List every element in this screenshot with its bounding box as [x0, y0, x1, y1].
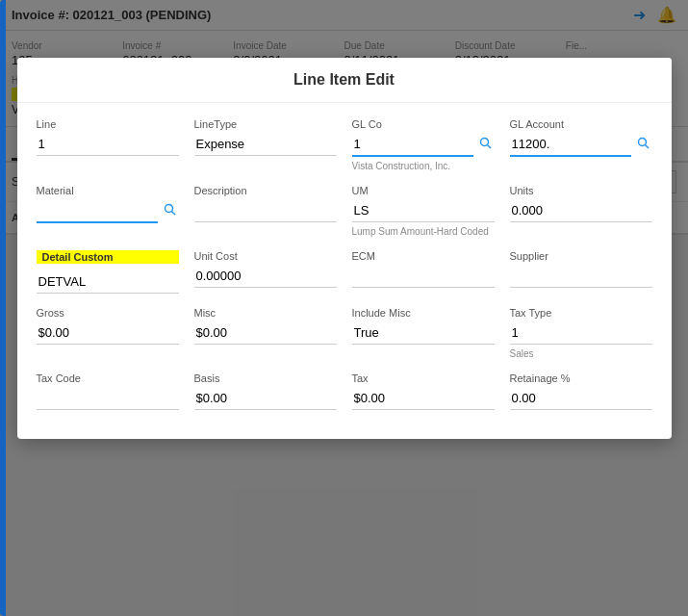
field-units: Units	[510, 185, 652, 235]
material-input-wrapper	[37, 199, 179, 223]
svg-point-2	[638, 139, 646, 146]
field-description: Description	[194, 185, 337, 235]
field-um: UM Lump Sum Amount-Hard Coded	[352, 185, 495, 235]
glco-sub-label: Vista Construction, Inc.	[352, 161, 495, 171]
field-linetype-label: LineType	[194, 118, 337, 130]
form-row-1: Line LineType GL Co Vista Constructi	[37, 118, 652, 171]
svg-line-3	[645, 145, 649, 149]
um-sub-label: Lump Sum Amount-Hard Coded	[352, 226, 495, 235]
field-units-label: Units	[510, 185, 652, 196]
glaccount-input[interactable]	[510, 133, 631, 157]
glco-input[interactable]	[352, 133, 473, 157]
svg-line-5	[171, 212, 175, 216]
glco-search-button[interactable]	[477, 135, 495, 155]
field-glaccount: GL Account	[510, 118, 652, 171]
field-line: Line	[37, 118, 179, 171]
svg-line-1	[487, 145, 491, 149]
form-row-2: Material Description UM Lump Sum Amo	[37, 185, 652, 235]
material-search-button[interactable]	[162, 201, 179, 221]
units-input[interactable]	[510, 199, 652, 222]
description-input[interactable]	[194, 199, 337, 222]
search-icon-2	[637, 137, 650, 150]
material-input[interactable]	[37, 199, 158, 223]
field-um-label: UM	[352, 185, 495, 196]
field-material: Material	[37, 185, 179, 235]
modal-title: Line Item Edit	[37, 71, 652, 89]
field-material-label: Material	[37, 185, 179, 196]
glaccount-search-button[interactable]	[635, 135, 652, 155]
glaccount-input-wrapper	[510, 133, 652, 157]
search-icon	[479, 137, 493, 150]
svg-point-0	[480, 139, 488, 146]
svg-point-4	[165, 205, 172, 213]
field-glco: GL Co Vista Construction, Inc.	[352, 118, 495, 171]
field-glco-label: GL Co	[352, 118, 495, 130]
line-item-edit-modal: Line Item Edit Line LineType GL Co	[17, 58, 672, 235]
modal-body: Line LineType GL Co Vista Constructi	[17, 103, 672, 235]
modal-header: Line Item Edit	[17, 58, 672, 103]
field-linetype: LineType	[194, 118, 337, 171]
glco-input-wrapper	[352, 133, 495, 157]
um-input[interactable]	[352, 199, 495, 222]
modal-overlay: Line Item Edit Line LineType GL Co	[0, 0, 688, 235]
field-description-label: Description	[194, 185, 337, 196]
line-input[interactable]	[37, 133, 179, 156]
field-glaccount-label: GL Account	[510, 118, 652, 130]
search-icon-3	[164, 203, 177, 217]
field-line-label: Line	[37, 118, 179, 130]
linetype-input[interactable]	[194, 133, 337, 156]
